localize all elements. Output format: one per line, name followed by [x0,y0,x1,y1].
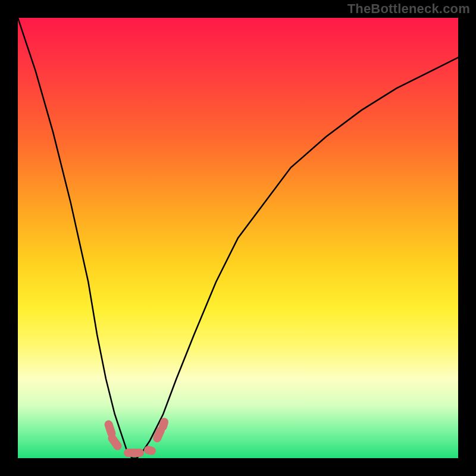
marker-blob [124,449,144,457]
watermark-text: TheBottleneck.com [347,1,470,17]
chart-frame: TheBottleneck.com [0,0,476,476]
plot-area [18,18,458,458]
bottleneck-curve [18,18,458,458]
